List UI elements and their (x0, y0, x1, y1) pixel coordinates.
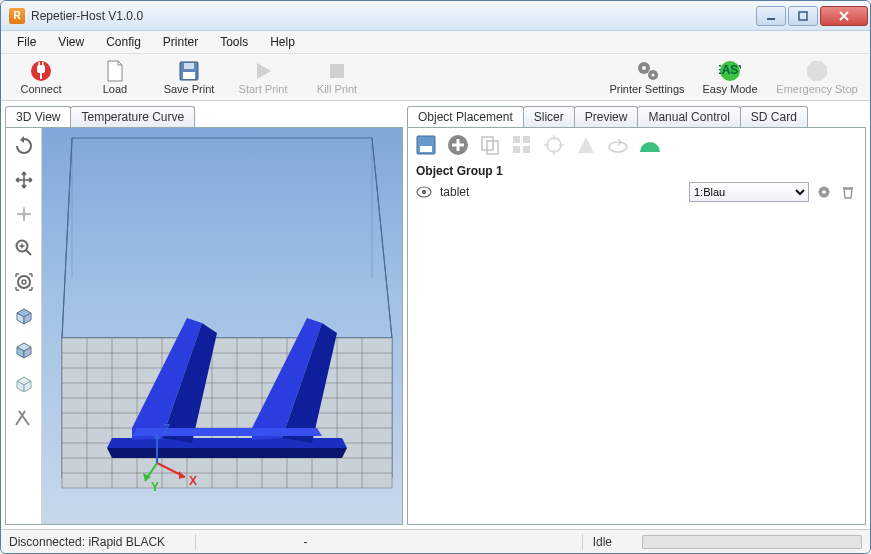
move-view-button[interactable] (10, 166, 38, 194)
svg-rect-41 (513, 136, 520, 143)
svg-rect-3 (37, 65, 45, 73)
object-group-label: Object Group 1 (408, 162, 865, 180)
front-view-button[interactable] (10, 336, 38, 364)
svg-point-21 (22, 280, 26, 284)
right-tabs: Object Placement Slicer Preview Manual C… (407, 105, 866, 127)
close-icon (838, 10, 850, 22)
gear-icon (817, 185, 831, 199)
svg-rect-5 (42, 62, 44, 66)
svg-rect-9 (183, 72, 195, 79)
autoplace-button[interactable] (510, 133, 534, 157)
zoom-button[interactable] (10, 234, 38, 262)
menubar: File View Config Printer Tools Help (1, 31, 870, 53)
mirror-object-button[interactable] (638, 133, 662, 157)
easy-mode-button[interactable]: EASY Easy Mode (698, 55, 762, 99)
eye-icon (416, 186, 432, 198)
load-label: Load (103, 83, 127, 95)
axis-y-label: Y (151, 480, 159, 494)
left-tabs: 3D View Temperature Curve (5, 105, 403, 127)
save-print-label: Save Print (164, 83, 215, 95)
3d-view-toolbar (6, 128, 42, 524)
floppy-icon (178, 60, 200, 82)
svg-rect-0 (767, 18, 775, 20)
extruder-select[interactable]: 1:Blau (689, 182, 809, 202)
3d-viewport[interactable]: X Y Z (42, 128, 402, 524)
gears-icon (636, 60, 658, 82)
tab-temperature-curve[interactable]: Temperature Curve (70, 106, 195, 127)
right-pane: Object Placement Slicer Preview Manual C… (407, 105, 866, 525)
tab-3d-view[interactable]: 3D View (5, 106, 71, 127)
zoom-fit-button[interactable] (10, 268, 38, 296)
add-object-button[interactable] (446, 133, 470, 157)
copy-object-button[interactable] (478, 133, 502, 157)
load-button[interactable]: Load (83, 55, 147, 99)
save-scene-button[interactable] (414, 133, 438, 157)
object-placement-panel: Object Group 1 tablet 1:Blau (407, 127, 866, 525)
document-icon (104, 60, 126, 82)
object-delete-button[interactable] (841, 185, 857, 199)
object-settings-button[interactable] (817, 185, 833, 199)
svg-marker-28 (132, 428, 322, 436)
left-pane: 3D View Temperature Curve (5, 105, 403, 525)
progress-bar (642, 535, 862, 549)
menu-tools[interactable]: Tools (210, 33, 258, 51)
menu-printer[interactable]: Printer (153, 33, 208, 51)
iso-view-button[interactable] (10, 370, 38, 398)
minimize-button[interactable] (756, 6, 786, 26)
workarea: 3D View Temperature Curve (1, 101, 870, 529)
save-print-button[interactable]: Save Print (157, 55, 221, 99)
object-toolbar (408, 128, 865, 162)
printer-settings-button[interactable]: Printer Settings (606, 55, 688, 99)
menu-view[interactable]: View (48, 33, 94, 51)
object-name: tablet (440, 185, 520, 199)
connect-button[interactable]: Connect (9, 55, 73, 99)
visibility-toggle[interactable] (416, 186, 432, 198)
minimize-icon (765, 10, 777, 22)
emergency-stop-icon (806, 60, 828, 82)
3d-view-body: X Y Z (5, 127, 403, 525)
status-connection: Disconnected: iRapid BLACK (9, 534, 175, 550)
status-state: Idle (582, 534, 622, 550)
svg-point-45 (547, 138, 561, 152)
center-object-button[interactable] (542, 133, 566, 157)
move-object-button[interactable] (10, 200, 38, 228)
svg-rect-42 (523, 136, 530, 143)
tab-sd-card[interactable]: SD Card (740, 106, 808, 127)
printer-settings-label: Printer Settings (609, 83, 684, 95)
svg-text:EASY: EASY (719, 63, 741, 77)
move-icon (14, 170, 34, 190)
tab-object-placement[interactable]: Object Placement (407, 106, 524, 127)
move-object-icon (14, 204, 34, 224)
cube-iso-icon (13, 373, 35, 395)
scale-object-button[interactable] (574, 133, 598, 157)
tab-slicer[interactable]: Slicer (523, 106, 575, 127)
rotate-view-button[interactable] (10, 132, 38, 160)
menu-help[interactable]: Help (260, 33, 305, 51)
axis-z-label: Z (163, 422, 170, 436)
top-view-button[interactable] (10, 302, 38, 330)
close-button[interactable] (820, 6, 868, 26)
parallel-proj-button[interactable] (10, 404, 38, 432)
tab-preview[interactable]: Preview (574, 106, 639, 127)
window-title: Repetier-Host V1.0.0 (31, 9, 756, 23)
zoom-icon (14, 238, 34, 258)
titlebar: R Repetier-Host V1.0.0 (1, 1, 870, 31)
triangle-icon (575, 134, 597, 156)
stop-icon (326, 60, 348, 82)
svg-point-50 (822, 190, 826, 194)
object-row: tablet 1:Blau (408, 180, 865, 204)
main-toolbar: Connect Load Save Print Start Print Kill… (1, 53, 870, 101)
parallel-icon (14, 408, 34, 428)
menu-file[interactable]: File (7, 33, 46, 51)
grid-icon (511, 134, 533, 156)
play-icon (252, 60, 274, 82)
maximize-button[interactable] (788, 6, 818, 26)
copy-icon (479, 134, 501, 156)
rotate-object-button[interactable] (606, 133, 630, 157)
cube-front-icon (13, 339, 35, 361)
tab-manual-control[interactable]: Manual Control (637, 106, 740, 127)
maximize-icon (797, 10, 809, 22)
svg-marker-29 (107, 448, 347, 458)
easy-mode-label: Easy Mode (702, 83, 757, 95)
menu-config[interactable]: Config (96, 33, 151, 51)
